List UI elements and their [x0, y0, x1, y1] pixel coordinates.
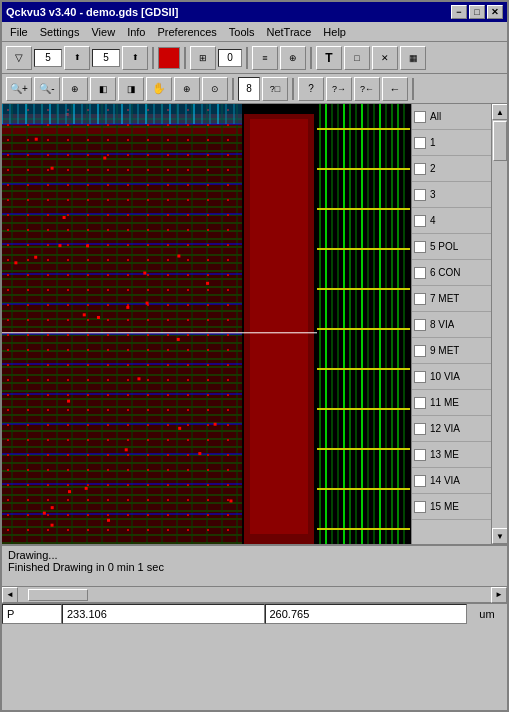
menu-bar: FileSettingsViewInfoPreferencesToolsNetT…	[2, 22, 507, 42]
gds-view[interactable]	[2, 104, 411, 544]
layer-check-9[interactable]	[414, 345, 426, 357]
close-button[interactable]: ✕	[487, 5, 503, 19]
menu-item-nettrace[interactable]: NetTrace	[261, 24, 318, 40]
hscroll-right-btn[interactable]: ►	[491, 587, 507, 603]
layer-check-1[interactable]	[414, 137, 426, 149]
minimize-button[interactable]: −	[451, 5, 467, 19]
y-coord-value: 260.765	[270, 608, 310, 620]
grid-input[interactable]	[218, 49, 242, 67]
layer-item-9: 9 MET	[412, 338, 491, 364]
layer-item-2: 2	[412, 156, 491, 182]
layer-check-3[interactable]	[414, 189, 426, 201]
layer-label-4: 4	[430, 215, 436, 226]
menu-item-tools[interactable]: Tools	[223, 24, 261, 40]
layer-check-6[interactable]	[414, 267, 426, 279]
layer-label-6: 6 CON	[430, 267, 461, 278]
layer-check-2[interactable]	[414, 163, 426, 175]
layer-item-13: 13 ME	[412, 442, 491, 468]
help1-btn[interactable]: ?□	[262, 77, 288, 101]
menu-item-view[interactable]: View	[85, 24, 121, 40]
filter-input2[interactable]	[92, 49, 120, 67]
sep6	[292, 78, 294, 100]
menu-item-preferences[interactable]: Preferences	[152, 24, 223, 40]
layer-check-11[interactable]	[414, 397, 426, 409]
zoom-area-btn[interactable]: ⊙	[202, 77, 228, 101]
help4-btn[interactable]: ?←	[354, 77, 380, 101]
back-btn[interactable]: ←	[382, 77, 408, 101]
help3-btn[interactable]: ?→	[326, 77, 352, 101]
layer-check-5[interactable]	[414, 241, 426, 253]
x-coord-value: 233.106	[67, 608, 107, 620]
zoom-rect-btn[interactable]: ◧	[90, 77, 116, 101]
layer-item-6: 6 CON	[412, 260, 491, 286]
sep5	[232, 78, 234, 100]
select-btn[interactable]: □	[344, 46, 370, 70]
menu-item-help[interactable]: Help	[317, 24, 352, 40]
layer-check-15[interactable]	[414, 501, 426, 513]
cross-btn[interactable]: ✕	[372, 46, 398, 70]
hscroll-bar[interactable]: ◄ ►	[2, 586, 507, 602]
layer-item-14: 14 VIA	[412, 468, 491, 494]
zoom-in-btn[interactable]: 🔍+	[6, 77, 32, 101]
layer-item-5: 5 POL	[412, 234, 491, 260]
layer-check-8[interactable]	[414, 319, 426, 331]
layer-label-15: 15 ME	[430, 501, 459, 512]
layer-item-12: 12 VIA	[412, 416, 491, 442]
layer-check-all[interactable]	[414, 111, 426, 123]
layer-check-10[interactable]	[414, 371, 426, 383]
text-btn[interactable]: T	[316, 46, 342, 70]
layer-label-7: 7 MET	[430, 293, 459, 304]
zoom-custom-btn[interactable]: ⊕	[174, 77, 200, 101]
zoom-out-btn[interactable]: 🔍-	[34, 77, 60, 101]
pan-btn[interactable]: ✋	[146, 77, 172, 101]
x-coord-field: 233.106	[62, 604, 265, 624]
hscroll-left-btn[interactable]: ◄	[2, 587, 18, 603]
grid-btn[interactable]: ⊞	[190, 46, 216, 70]
sep1	[152, 47, 154, 69]
zoom-fit-btn[interactable]: ⊕	[62, 77, 88, 101]
layer-check-4[interactable]	[414, 215, 426, 227]
snap-btn[interactable]: ≡	[252, 46, 278, 70]
unit-label: um	[467, 608, 507, 620]
menu-item-settings[interactable]: Settings	[34, 24, 86, 40]
layer-label-10: 10 VIA	[430, 371, 460, 382]
filter-step2[interactable]: ⬆	[122, 46, 148, 70]
title-controls: − □ ✕	[451, 5, 503, 19]
layer-item-10: 10 VIA	[412, 364, 491, 390]
menu-item-file[interactable]: File	[4, 24, 34, 40]
toolbar1: ▽ ⬆ ⬆ ⊞ ≡ ⊕ T □ ✕ ▦	[2, 42, 507, 74]
coord-bar: P 233.106 260.765 um	[2, 602, 507, 624]
layer-label-12: 12 VIA	[430, 423, 460, 434]
vscroll-track[interactable]	[492, 120, 507, 528]
layer-check-7[interactable]	[414, 293, 426, 305]
toolbar2: 🔍+ 🔍- ⊕ ◧ ◨ ✋ ⊕ ⊙ 8 ?□ ? ?→ ?← ←	[2, 74, 507, 104]
title-bar: Qckvu3 v3.40 - demo.gds [GDSII] − □ ✕	[2, 2, 507, 22]
filter-step[interactable]: ⬆	[64, 46, 90, 70]
layer-check-12[interactable]	[414, 423, 426, 435]
layer-check-14[interactable]	[414, 475, 426, 487]
help2-btn[interactable]: ?	[298, 77, 324, 101]
layer-item-8: 8 VIA	[412, 312, 491, 338]
maximize-button[interactable]: □	[469, 5, 485, 19]
title-text: Qckvu3 v3.40 - demo.gds [GDSII]	[6, 6, 178, 18]
layer-label-1: 1	[430, 137, 436, 148]
filter-btn[interactable]: ▽	[6, 46, 32, 70]
layer-label-9: 9 MET	[430, 345, 459, 356]
sep7	[412, 78, 414, 100]
vscroll-up-btn[interactable]: ▲	[492, 104, 508, 120]
layer-item-3: 3	[412, 182, 491, 208]
zoom-prev-btn[interactable]: ◨	[118, 77, 144, 101]
color-swatch[interactable]	[158, 47, 180, 69]
layer-check-13[interactable]	[414, 449, 426, 461]
layer-item-all: All	[412, 104, 491, 130]
vscroll-down-btn[interactable]: ▼	[492, 528, 508, 544]
pattern-btn[interactable]: ▦	[400, 46, 426, 70]
canvas-area[interactable]	[2, 104, 411, 544]
hscroll-track[interactable]	[18, 588, 491, 602]
right-panel: All12345 POL6 CON7 MET8 VIA9 MET10 VIA11…	[411, 104, 507, 544]
menu-item-info[interactable]: Info	[121, 24, 151, 40]
filter-input1[interactable]	[34, 49, 62, 67]
snap-value: P	[7, 608, 14, 620]
snap2-btn[interactable]: ⊕	[280, 46, 306, 70]
canvas-vscrollbar[interactable]: ▲ ▼	[491, 104, 507, 544]
